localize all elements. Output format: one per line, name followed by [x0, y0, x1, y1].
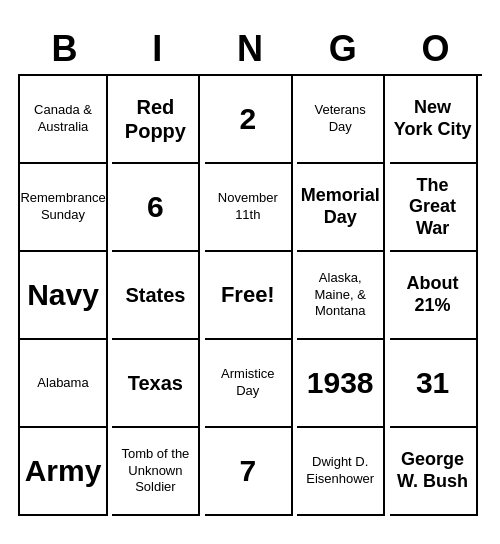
cell-content: Canada & Australia [24, 102, 102, 136]
bingo-letter: I [113, 28, 201, 70]
cell-3-2: Armistice Day [205, 340, 293, 428]
cell-content: Army [25, 454, 102, 488]
cell-content: November 11th [209, 190, 287, 224]
cell-2-2: Free! [205, 252, 293, 340]
cell-content: Dwight D. Eisenhower [301, 454, 379, 488]
cell-3-4: 31 [390, 340, 478, 428]
cell-content: Alabama [37, 375, 88, 392]
cell-3-0: Alabama [20, 340, 108, 428]
bingo-title: BINGO [18, 28, 482, 70]
cell-content: About 21% [394, 273, 472, 316]
cell-4-3: Dwight D. Eisenhower [297, 428, 385, 516]
cell-content: Texas [128, 371, 183, 395]
cell-content: Navy [27, 278, 99, 312]
cell-content: The Great War [394, 175, 472, 240]
cell-1-2: November 11th [205, 164, 293, 252]
cell-2-1: States [112, 252, 200, 340]
cell-4-1: Tomb of the Unknown Soldier [112, 428, 200, 516]
bingo-letter: O [392, 28, 480, 70]
bingo-letter: G [299, 28, 387, 70]
bingo-card: BINGO Canada & AustraliaRed Poppy2Vetera… [10, 20, 490, 524]
cell-content: States [125, 283, 185, 307]
cell-content: 2 [239, 102, 256, 136]
cell-0-3: Veterans Day [297, 76, 385, 164]
cell-content: 7 [239, 454, 256, 488]
bingo-letter: N [206, 28, 294, 70]
cell-content: 31 [416, 366, 449, 400]
cell-content: 6 [147, 190, 164, 224]
cell-1-0: Remembrance Sunday [20, 164, 108, 252]
cell-3-3: 1938 [297, 340, 385, 428]
cell-0-0: Canada & Australia [20, 76, 108, 164]
cell-0-2: 2 [205, 76, 293, 164]
cell-content: Tomb of the Unknown Soldier [116, 446, 194, 497]
cell-content: Red Poppy [116, 95, 194, 143]
cell-1-1: 6 [112, 164, 200, 252]
cell-content: Free! [221, 282, 275, 308]
cell-1-3: Memorial Day [297, 164, 385, 252]
cell-content: Remembrance Sunday [20, 190, 105, 224]
cell-content: Memorial Day [301, 185, 380, 228]
cell-4-0: Army [20, 428, 108, 516]
cell-2-0: Navy [20, 252, 108, 340]
bingo-grid: Canada & AustraliaRed Poppy2Veterans Day… [18, 74, 482, 516]
cell-2-3: Alaska, Maine, & Montana [297, 252, 385, 340]
cell-content: Alaska, Maine, & Montana [301, 270, 379, 321]
cell-4-2: 7 [205, 428, 293, 516]
cell-1-4: The Great War [390, 164, 478, 252]
cell-2-4: About 21% [390, 252, 478, 340]
bingo-letter: B [20, 28, 108, 70]
cell-content: 1938 [307, 366, 374, 400]
cell-4-4: George W. Bush [390, 428, 478, 516]
cell-content: New York City [394, 97, 472, 140]
cell-content: Veterans Day [301, 102, 379, 136]
cell-3-1: Texas [112, 340, 200, 428]
cell-0-1: Red Poppy [112, 76, 200, 164]
cell-content: George W. Bush [394, 449, 472, 492]
cell-0-4: New York City [390, 76, 478, 164]
cell-content: Armistice Day [209, 366, 287, 400]
